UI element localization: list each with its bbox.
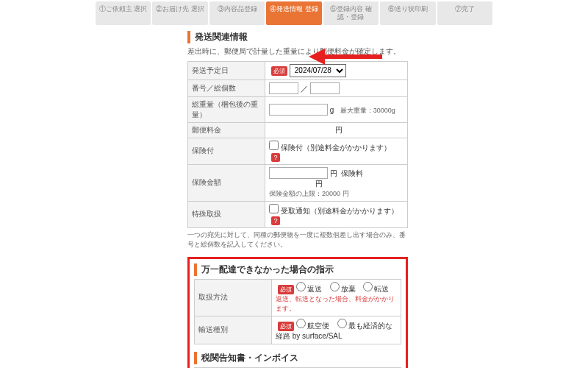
- shipping-title: 発送関連情報: [187, 31, 408, 43]
- weight-label: 総重量（梱包後の重量）: [192, 100, 258, 118]
- radio-forward[interactable]: 転送: [363, 285, 389, 293]
- radio-air[interactable]: 航空便: [296, 322, 329, 330]
- fee-label: 保険料: [341, 169, 363, 177]
- required-badge: 必須: [278, 285, 294, 294]
- slash: ／: [301, 84, 308, 92]
- customs-title: 税関告知書・インボイス: [194, 352, 401, 364]
- type-label: 輸送種別: [198, 325, 228, 333]
- required-badge: 必須: [271, 66, 287, 76]
- required-badge: 必須: [278, 322, 294, 331]
- weight-input[interactable]: [269, 104, 328, 116]
- step-7: ⑦完了: [437, 1, 492, 25]
- multi-note: 一つの宛先に対して、同種の郵便物を一度に複数個差し出す場合のみ、番号と総個数を記…: [187, 230, 408, 250]
- fee-unit: 円: [315, 180, 323, 188]
- weight-unit: g: [330, 105, 334, 113]
- ship-date-select[interactable]: 2024/07/28: [290, 64, 346, 77]
- radio-abandon[interactable]: 放棄: [330, 285, 356, 293]
- undelivered-title: 万一配達できなかった場合の指示: [194, 263, 401, 276]
- insured-label: 保険付: [192, 146, 214, 155]
- help-icon[interactable]: ?: [271, 216, 280, 225]
- step-5: ⑤登録内容 確認・登録: [323, 1, 379, 25]
- total-input[interactable]: [310, 82, 340, 94]
- method-label: 取扱方法: [198, 293, 228, 301]
- section-undelivered: 万一配達できなかった場合の指示 取扱方法 必須 返送 放棄 転送 返送、転送とな…: [194, 263, 401, 344]
- shipping-desc: 差出時に、郵便局で計量した重量により郵便料金が確定します。: [187, 46, 408, 57]
- method-note: 返送、転送となった場合、料金がかかります。: [276, 294, 397, 314]
- step-3: ③内容品登録: [209, 1, 265, 25]
- step-6: ⑥送り状印刷: [380, 1, 435, 25]
- amount-unit: 円: [330, 169, 337, 177]
- postage-unit: 円: [335, 126, 343, 134]
- highlight-box: 万一配達できなかった場合の指示 取扱方法 必須 返送 放棄 転送 返送、転送とな…: [187, 257, 408, 368]
- receipt-checkbox[interactable]: [269, 204, 279, 213]
- receipt-checkbox-label[interactable]: 受取通知（別途料金がかかります）: [269, 207, 398, 215]
- special-label: 特殊取扱: [192, 210, 221, 218]
- insurance-amount-label: 保険金額: [192, 178, 221, 186]
- number-input[interactable]: [269, 82, 298, 94]
- step-4: ④発送情報 登録: [266, 1, 321, 25]
- insured-checkbox-label[interactable]: 保険付（別途料金がかかります）: [269, 144, 391, 152]
- postage-label: 郵便料金: [192, 126, 221, 134]
- insurance-amount-input[interactable]: [269, 167, 328, 179]
- step-2: ②お届け先 選択: [152, 1, 207, 25]
- weight-max: 最大重量：30000g: [340, 106, 395, 113]
- section-shipping-info: 発送関連情報 差出時に、郵便局で計量した重量により郵便料金が確定します。 発送予…: [187, 31, 408, 250]
- progress-steps: ①ご依頼主 選択 ②お届け先 選択 ③内容品登録 ④発送情報 登録 ⑤登録内容 …: [0, 0, 588, 31]
- help-icon[interactable]: ?: [271, 153, 280, 162]
- number-label: 番号／総個数: [192, 84, 236, 92]
- step-1: ①ご依頼主 選択: [96, 1, 151, 25]
- radio-return[interactable]: 返送: [296, 285, 322, 293]
- amount-limit: 保険金額の上限：20000 円: [269, 189, 404, 199]
- insured-checkbox[interactable]: [269, 141, 279, 150]
- section-customs: 税関告知書・インボイス インボイス印刷指定 必須 規定枚数印刷する（国・地域の条…: [194, 352, 401, 368]
- ship-date-label: 発送予定日: [192, 66, 229, 74]
